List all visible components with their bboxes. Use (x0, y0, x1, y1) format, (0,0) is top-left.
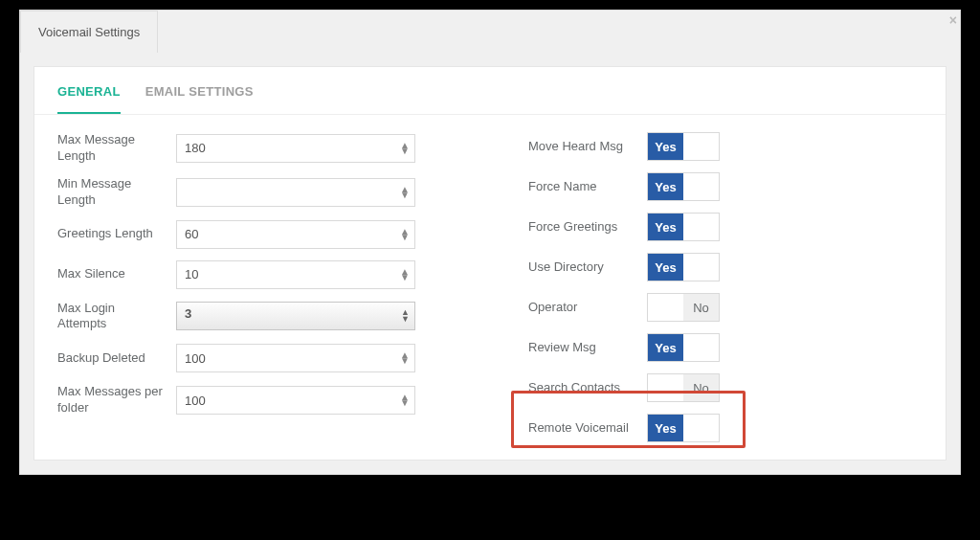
select-arrow-icon: ▲▼ (401, 309, 410, 323)
input-greetings-length[interactable]: ▲▼ (176, 220, 415, 249)
input-max-messages-per-folder[interactable]: ▲▼ (176, 386, 415, 415)
toggle-yes-text: Yes (648, 334, 683, 361)
label-min-message-length: Min Message Length (57, 176, 163, 209)
label-move-heard-msg: Move Heard Msg (528, 139, 634, 155)
toggle-no-text: No (683, 374, 719, 401)
label-max-messages-per-folder: Max Messages per folder (57, 384, 163, 416)
toggle-handle (683, 133, 719, 160)
max-message-length-field[interactable] (176, 134, 415, 163)
min-message-length-field[interactable] (176, 178, 415, 207)
label-search-contacts: Search Contacts (528, 380, 634, 396)
tab-email-settings[interactable]: EMAIL SETTINGS (145, 84, 254, 114)
label-greetings-length: Greetings Length (57, 226, 163, 242)
spinner-icon[interactable]: ▲▼ (400, 352, 410, 364)
select-max-login-attempts[interactable]: 3 ▲▼ (176, 302, 415, 330)
toggle-operator[interactable]: No (647, 293, 720, 322)
input-max-message-length[interactable]: ▲▼ (176, 134, 415, 163)
window-title: Voicemail Settings (38, 25, 140, 39)
label-backup-deleted: Backup Deleted (57, 350, 163, 367)
spinner-icon[interactable]: ▲▼ (400, 394, 410, 406)
backup-deleted-field[interactable] (176, 344, 415, 372)
toggle-review-msg[interactable]: Yes (647, 333, 720, 362)
toggle-remote-voicemail[interactable]: Yes (647, 414, 720, 442)
label-review-msg: Review Msg (528, 340, 634, 356)
window-tab-voicemail-settings[interactable]: Voicemail Settings (20, 11, 158, 53)
toggle-use-directory[interactable]: Yes (647, 253, 720, 281)
label-operator: Operator (528, 300, 634, 316)
toggle-handle (683, 415, 719, 441)
max-login-attempts-value: 3 (176, 302, 415, 330)
spinner-icon[interactable]: ▲▼ (400, 229, 410, 240)
greetings-length-field[interactable] (176, 220, 415, 249)
max-silence-field[interactable] (176, 260, 415, 289)
toggle-search-contacts[interactable]: No (647, 373, 720, 402)
toggle-handle (683, 254, 719, 281)
left-column: Max Message Length ▲▼ Min Message Length… (57, 132, 452, 454)
label-force-greetings: Force Greetings (528, 219, 634, 236)
right-column: Move Heard Msg Yes Force Name Yes Force … (528, 132, 923, 454)
tabs-bar: GENERAL EMAIL SETTINGS (34, 67, 946, 114)
spinner-icon[interactable]: ▲▼ (400, 187, 410, 198)
label-force-name: Force Name (528, 179, 634, 195)
label-max-login-attempts: Max Login Attempts (57, 301, 163, 333)
label-max-silence: Max Silence (57, 266, 163, 282)
toggle-yes-text: Yes (648, 173, 683, 200)
toggle-handle (683, 334, 719, 361)
settings-window: × Voicemail Settings GENERAL EMAIL SETTI… (19, 10, 961, 475)
toggle-move-heard-msg[interactable]: Yes (647, 132, 720, 161)
spinner-icon[interactable]: ▲▼ (400, 143, 410, 154)
toggle-yes-text: Yes (648, 214, 683, 240)
toggle-force-greetings[interactable]: Yes (647, 213, 720, 241)
toggle-handle (648, 374, 683, 401)
toggle-handle (683, 173, 719, 200)
toggle-handle (648, 294, 683, 321)
toggle-no-text: No (683, 294, 719, 321)
label-remote-voicemail: Remote Voicemail (528, 420, 634, 437)
input-min-message-length[interactable]: ▲▼ (176, 178, 415, 207)
close-icon[interactable]: × (949, 12, 957, 28)
form-area: Max Message Length ▲▼ Min Message Length… (34, 115, 946, 460)
label-use-directory: Use Directory (528, 259, 634, 276)
spinner-icon[interactable]: ▲▼ (400, 269, 410, 281)
label-max-message-length: Max Message Length (57, 132, 163, 165)
input-max-silence[interactable]: ▲▼ (176, 260, 415, 289)
settings-panel: GENERAL EMAIL SETTINGS Max Message Lengt… (33, 66, 947, 461)
toggle-handle (683, 214, 719, 240)
toggle-yes-text: Yes (648, 254, 683, 281)
toggle-yes-text: Yes (648, 415, 683, 441)
max-messages-per-folder-field[interactable] (176, 386, 415, 415)
toggle-force-name[interactable]: Yes (647, 172, 720, 201)
tab-general[interactable]: GENERAL (57, 84, 121, 114)
toggle-yes-text: Yes (648, 133, 683, 160)
input-backup-deleted[interactable]: ▲▼ (176, 344, 415, 372)
